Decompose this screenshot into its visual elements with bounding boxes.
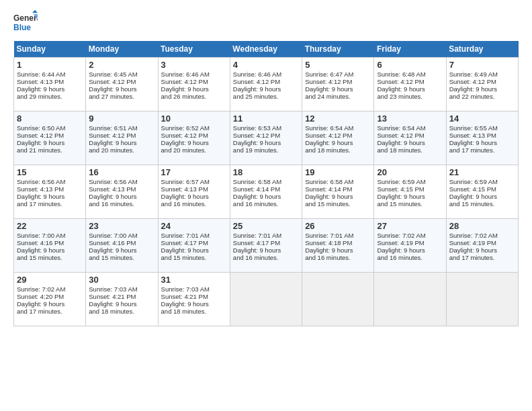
cell-info: Sunset: 4:15 PM	[449, 185, 515, 193]
calendar-cell: 17Sunrise: 6:57 AMSunset: 4:13 PMDayligh…	[158, 165, 230, 219]
cell-info: and 15 minutes.	[161, 254, 227, 261]
cell-info: and 18 minutes.	[377, 146, 443, 154]
calendar-header-row: SundayMondayTuesdayWednesdayThursdayFrid…	[14, 41, 519, 58]
cell-info: Daylight: 9 hours	[377, 85, 443, 93]
calendar-cell: 3Sunrise: 6:46 AMSunset: 4:12 PMDaylight…	[158, 58, 230, 111]
cell-info: Sunrise: 6:49 AM	[449, 71, 515, 78]
day-number: 3	[161, 60, 227, 70]
day-number: 17	[161, 167, 227, 177]
cell-info: Sunset: 4:13 PM	[17, 185, 83, 193]
day-number: 7	[449, 60, 515, 70]
cell-info: Sunrise: 6:44 AM	[17, 71, 83, 78]
cell-info: Sunset: 4:14 PM	[233, 185, 299, 193]
cell-info: Sunset: 4:12 PM	[305, 132, 371, 139]
calendar-cell: 18Sunrise: 6:58 AMSunset: 4:14 PMDayligh…	[230, 165, 302, 219]
calendar-cell: 9Sunrise: 6:51 AMSunset: 4:12 PMDaylight…	[86, 111, 158, 165]
cell-info: Sunrise: 6:46 AM	[161, 71, 227, 78]
calendar-cell: 1Sunrise: 6:44 AMSunset: 4:13 PMDaylight…	[14, 58, 86, 111]
cell-info: Sunset: 4:17 PM	[233, 239, 299, 246]
cell-info: and 25 minutes.	[233, 93, 299, 100]
day-number: 26	[305, 221, 371, 231]
calendar-cell: 29Sunrise: 7:02 AMSunset: 4:20 PMDayligh…	[14, 273, 86, 326]
cell-info: Sunset: 4:19 PM	[449, 239, 515, 246]
cell-info: Daylight: 9 hours	[161, 139, 227, 146]
calendar-cell: 15Sunrise: 6:56 AMSunset: 4:13 PMDayligh…	[14, 165, 86, 219]
cell-info: Daylight: 9 hours	[89, 193, 154, 200]
cell-info: Sunset: 4:12 PM	[89, 78, 154, 85]
calendar-week-row: 29Sunrise: 7:02 AMSunset: 4:20 PMDayligh…	[14, 273, 519, 326]
day-number: 1	[17, 60, 83, 70]
calendar-cell: 14Sunrise: 6:55 AMSunset: 4:13 PMDayligh…	[446, 111, 518, 165]
cell-info: Sunrise: 6:50 AM	[17, 124, 83, 132]
page-container: General Blue SundayMondayTuesdayWednesda…	[0, 0, 532, 333]
cell-info: Daylight: 9 hours	[305, 193, 371, 200]
calendar-cell: 13Sunrise: 6:54 AMSunset: 4:12 PMDayligh…	[374, 111, 446, 165]
day-number: 6	[377, 60, 443, 70]
day-number: 8	[17, 113, 83, 124]
calendar-header-cell: Sunday	[14, 41, 86, 58]
calendar-cell: 2Sunrise: 6:45 AMSunset: 4:12 PMDaylight…	[86, 58, 158, 111]
day-number: 24	[161, 221, 227, 231]
cell-info: and 29 minutes.	[17, 93, 83, 100]
calendar-cell: 27Sunrise: 7:02 AMSunset: 4:19 PMDayligh…	[374, 219, 446, 273]
cell-info: Sunset: 4:12 PM	[305, 78, 371, 85]
cell-info: and 16 minutes.	[233, 200, 299, 208]
cell-info: and 16 minutes.	[377, 254, 443, 261]
cell-info: Sunrise: 6:56 AM	[89, 178, 154, 185]
cell-info: Sunrise: 7:00 AM	[17, 232, 83, 239]
calendar-cell: 26Sunrise: 7:01 AMSunset: 4:18 PMDayligh…	[302, 219, 374, 273]
calendar-cell: 6Sunrise: 6:48 AMSunset: 4:12 PMDaylight…	[374, 58, 446, 111]
cell-info: Sunrise: 6:46 AM	[233, 71, 299, 78]
cell-info: and 23 minutes.	[377, 93, 443, 100]
cell-info: Sunrise: 6:51 AM	[89, 124, 154, 132]
calendar-cell: 11Sunrise: 6:53 AMSunset: 4:12 PMDayligh…	[230, 111, 302, 165]
day-number: 2	[89, 60, 154, 70]
cell-info: and 15 minutes.	[449, 200, 515, 208]
calendar-week-row: 15Sunrise: 6:56 AMSunset: 4:13 PMDayligh…	[14, 165, 519, 219]
cell-info: Sunrise: 7:03 AM	[89, 285, 154, 293]
cell-info: Sunrise: 7:01 AM	[161, 232, 227, 239]
calendar-week-row: 1Sunrise: 6:44 AMSunset: 4:13 PMDaylight…	[14, 58, 519, 111]
day-number: 11	[233, 113, 299, 124]
cell-info: Daylight: 9 hours	[305, 139, 371, 146]
cell-info: Sunrise: 6:55 AM	[449, 124, 515, 132]
cell-info: Sunset: 4:20 PM	[17, 293, 83, 300]
cell-info: Daylight: 9 hours	[233, 85, 299, 93]
calendar-cell	[446, 273, 518, 326]
day-number: 31	[161, 275, 227, 285]
calendar-header-cell: Monday	[86, 41, 158, 58]
cell-info: Sunset: 4:12 PM	[233, 132, 299, 139]
cell-info: Daylight: 9 hours	[89, 139, 154, 146]
cell-info: Daylight: 9 hours	[449, 246, 515, 254]
day-number: 9	[89, 113, 154, 124]
calendar-cell: 4Sunrise: 6:46 AMSunset: 4:12 PMDaylight…	[230, 58, 302, 111]
cell-info: and 16 minutes.	[305, 254, 371, 261]
day-number: 20	[377, 167, 443, 177]
day-number: 28	[449, 221, 515, 231]
cell-info: and 15 minutes.	[17, 254, 83, 261]
cell-info: and 15 minutes.	[305, 200, 371, 208]
cell-info: and 21 minutes.	[17, 146, 83, 154]
day-number: 27	[377, 221, 443, 231]
header: General Blue	[13, 10, 519, 34]
calendar-header-cell: Wednesday	[230, 41, 302, 58]
cell-info: Sunset: 4:16 PM	[89, 239, 154, 246]
cell-info: Daylight: 9 hours	[449, 85, 515, 93]
cell-info: and 17 minutes.	[17, 200, 83, 208]
cell-info: Sunrise: 6:58 AM	[305, 178, 371, 185]
calendar-cell: 21Sunrise: 6:59 AMSunset: 4:15 PMDayligh…	[446, 165, 518, 219]
logo: General Blue	[13, 10, 38, 34]
cell-info: Sunset: 4:18 PM	[305, 239, 371, 246]
cell-info: Daylight: 9 hours	[377, 139, 443, 146]
day-number: 30	[89, 275, 154, 285]
calendar-cell: 7Sunrise: 6:49 AMSunset: 4:12 PMDaylight…	[446, 58, 518, 111]
cell-info: and 17 minutes.	[17, 308, 83, 315]
day-number: 21	[449, 167, 515, 177]
calendar-cell: 31Sunrise: 7:03 AMSunset: 4:21 PMDayligh…	[158, 273, 230, 326]
calendar-week-row: 22Sunrise: 7:00 AMSunset: 4:16 PMDayligh…	[14, 219, 519, 273]
calendar-week-row: 8Sunrise: 6:50 AMSunset: 4:12 PMDaylight…	[14, 111, 519, 165]
day-number: 22	[17, 221, 83, 231]
cell-info: Sunrise: 6:59 AM	[377, 178, 443, 185]
cell-info: and 17 minutes.	[449, 146, 515, 154]
svg-marker-2	[32, 10, 38, 13]
